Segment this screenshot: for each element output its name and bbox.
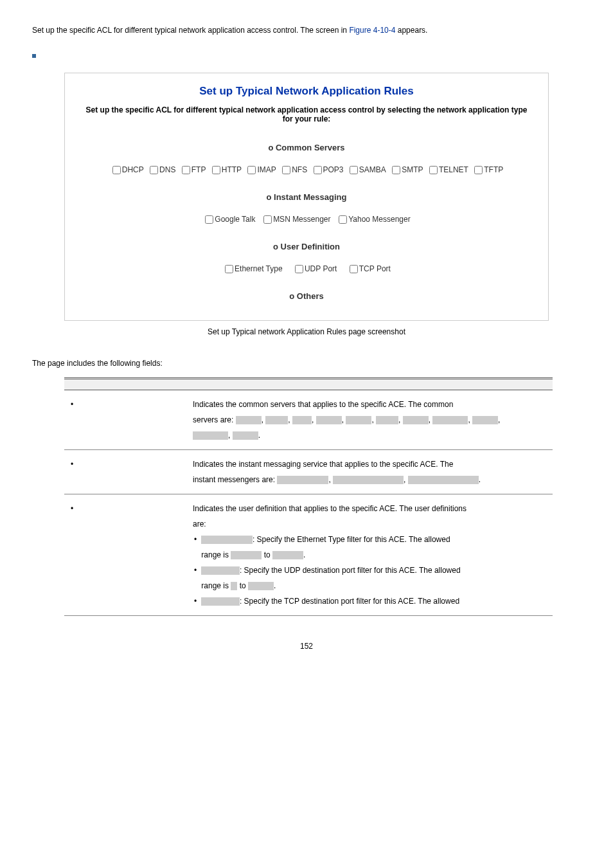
user-definition-row: Ethernet Type UDP Port TCP Port (84, 263, 529, 275)
fields-table: • Indicates the common servers that appl… (64, 377, 553, 616)
table-row: • Indicates the user definition that app… (64, 494, 553, 616)
checkbox-tftp[interactable]: TFTP (472, 165, 503, 174)
screenshot-panel: Set up Typical Network Application Rules… (64, 73, 549, 321)
checkbox-samba[interactable]: SAMBA (347, 165, 386, 174)
checkbox-nfs[interactable]: NFS (280, 165, 307, 174)
row-label-instant-messaging: • (64, 450, 186, 494)
bullet-marker (32, 54, 36, 58)
redacted-box (193, 431, 228, 440)
fields-intro-text: The page includes the following fields: (32, 359, 581, 368)
table-header-description (186, 379, 553, 390)
checkbox-http[interactable]: HTTP (209, 165, 242, 174)
redacted-box (201, 597, 240, 606)
redacted-box (272, 551, 303, 559)
checkbox-msn-messenger[interactable]: MSN Messenger (261, 215, 330, 224)
checkbox-telnet[interactable]: TELNET (427, 165, 468, 174)
screenshot-title: Set up Typical Network Application Rules (84, 85, 529, 98)
redacted-box (201, 566, 240, 575)
checkbox-udp-port[interactable]: UDP Port (292, 264, 337, 273)
intro-text-after: appears. (395, 26, 427, 35)
redacted-box (472, 416, 498, 424)
row-desc-user-definition: Indicates the user definition that appli… (186, 494, 553, 616)
redacted-box (248, 582, 274, 590)
checkbox-dns[interactable]: DNS (147, 165, 175, 174)
table-row: • Indicates the instant messaging servic… (64, 450, 553, 494)
row-label-common-servers: • (64, 390, 186, 450)
checkbox-yahoo-messenger[interactable]: Yahoo Messenger (336, 215, 411, 224)
common-servers-row: DHCP DNS FTP HTTP IMAP NFS POP3 SAMBA SM… (84, 164, 529, 176)
redacted-box (408, 476, 479, 484)
redacted-box (233, 431, 258, 440)
checkbox-tcp-port[interactable]: TCP Port (347, 264, 391, 273)
checkbox-ftp[interactable]: FTP (179, 165, 206, 174)
instant-messaging-row: Google Talk MSN Messenger Yahoo Messenge… (84, 213, 529, 226)
checkbox-dhcp[interactable]: DHCP (110, 165, 144, 174)
checkbox-imap[interactable]: IMAP (245, 165, 276, 174)
page-number: 152 (32, 642, 581, 651)
redacted-box (201, 536, 253, 544)
redacted-box (231, 582, 237, 590)
redacted-box (316, 416, 342, 424)
redacted-box (403, 416, 429, 424)
row-desc-common-servers: Indicates the common servers that applie… (186, 390, 553, 450)
screenshot-subtitle: Set up the specific ACL for different ty… (84, 105, 529, 123)
redacted-box (333, 476, 404, 484)
row-desc-instant-messaging: Indicates the instant messaging service … (186, 450, 553, 494)
redacted-box (376, 416, 398, 424)
checkbox-smtp[interactable]: SMTP (389, 165, 423, 174)
redacted-box (265, 416, 288, 424)
user-definition-header: o User Definition (84, 242, 529, 251)
intro-text-before: Set up the specific ACL for different ty… (32, 26, 349, 35)
redacted-box (236, 416, 262, 424)
redacted-box (277, 476, 328, 484)
intro-paragraph: Set up the specific ACL for different ty… (32, 26, 581, 35)
instant-messaging-header: o Instant Messaging (84, 192, 529, 202)
checkbox-pop3[interactable]: POP3 (311, 165, 344, 174)
screenshot-caption: Set up Typical network Application Rules… (32, 327, 581, 336)
redacted-box (346, 416, 371, 424)
figure-link[interactable]: Figure 4-10-4 (349, 26, 395, 35)
table-row: • Indicates the common servers that appl… (64, 390, 553, 450)
checkbox-google-talk[interactable]: Google Talk (202, 215, 255, 224)
table-header-object (64, 379, 186, 390)
redacted-box (231, 551, 262, 559)
redacted-box (432, 416, 468, 424)
checkbox-ethernet-type[interactable]: Ethernet Type (222, 264, 283, 273)
others-header: o Others (84, 291, 529, 301)
row-label-user-definition: • (64, 494, 186, 616)
common-servers-header: o Common Servers (84, 143, 529, 152)
redacted-box (292, 416, 312, 424)
